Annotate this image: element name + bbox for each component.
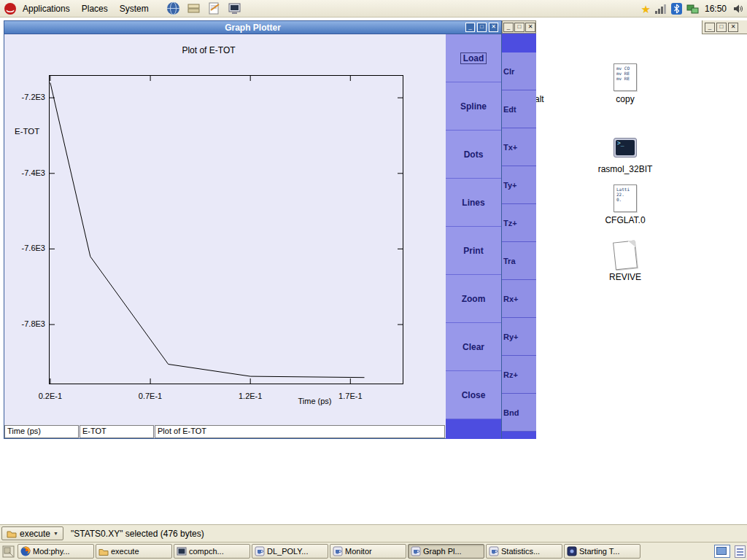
minimize-button[interactable]: _: [705, 23, 715, 32]
y-axis-label: E-TOT: [15, 127, 39, 136]
line-chart: [49, 75, 403, 384]
plot-button-clear[interactable]: Clear: [446, 323, 501, 371]
panel-button-tra[interactable]: Tra: [502, 242, 536, 280]
terminal-icon: >_: [614, 138, 637, 158]
close-button[interactable]: ✕: [525, 23, 535, 32]
menu-system[interactable]: System: [114, 0, 155, 18]
updates-star-icon[interactable]: ★: [641, 4, 651, 15]
top-panel: Applications Places System ★ 16:50: [0, 0, 747, 18]
file-icon-copy[interactable]: mv COmv REmv REcopy: [589, 61, 662, 104]
panel-button-edt[interactable]: Edt: [502, 90, 536, 128]
plot-button-lines[interactable]: Lines: [446, 179, 501, 227]
task-button-dl-poly[interactable]: DL_POLY...: [252, 544, 328, 559]
menu-places[interactable]: Places: [76, 0, 114, 18]
mail-launcher-icon[interactable]: [187, 1, 201, 15]
terminal-launcher-icon[interactable]: [228, 1, 241, 15]
plot-button-close[interactable]: Close: [446, 371, 501, 419]
plot-button-dots[interactable]: Dots: [446, 131, 501, 179]
graph-window-titlebar[interactable]: Graph Plotter _ □ ✕: [4, 21, 501, 34]
x-tick-label: 0.2E-1: [28, 392, 72, 400]
plot-status-field-time-ps: Time (ps): [4, 425, 79, 438]
task-button-statistics[interactable]: Statistics...: [486, 544, 562, 559]
task-label: compch...: [189, 547, 224, 556]
file-icon-revive[interactable]: REVIVE: [589, 239, 662, 282]
panel-button-bnd[interactable]: Bnd: [502, 394, 536, 432]
file-label: CFGLAT.0: [605, 215, 645, 225]
file-manager-statusbar: execute ▼ "STATS0.XY" selected (476 byte…: [0, 524, 747, 542]
plot-button-load[interactable]: Load: [446, 34, 501, 82]
location-dropdown[interactable]: execute ▼: [1, 526, 63, 540]
task-button-compch[interactable]: compch...: [174, 544, 250, 559]
taskbar-right: [714, 545, 746, 558]
plot-status-field-plot-of-e-tot: Plot of E-TOT: [155, 425, 445, 438]
plot-status-field-e-tot: E-TOT: [80, 425, 154, 438]
redhat-menu-icon[interactable]: [4, 2, 17, 15]
x-tick-label: 0.7E-1: [128, 392, 172, 400]
task-list: Mod:phy...executecompch...DL_POLY...Moni…: [18, 544, 642, 559]
java-icon: [411, 546, 421, 556]
y-tick-label: -7.2E3: [7, 93, 45, 101]
plot-button-zoom[interactable]: Zoom: [446, 275, 501, 323]
maximize-button[interactable]: □: [716, 23, 727, 32]
plot-button-spline[interactable]: Spline: [446, 82, 501, 131]
signal-strength-icon[interactable]: [655, 4, 667, 14]
notification-icon[interactable]: [735, 545, 746, 558]
task-button-graph-pl[interactable]: Graph Pl...: [408, 544, 484, 559]
panel-button-clr[interactable]: Clr: [502, 52, 536, 90]
file-label: rasmol_32BIT: [598, 164, 653, 174]
close-button[interactable]: ✕: [489, 23, 498, 32]
folder-icon: [7, 529, 17, 538]
close-button[interactable]: ✕: [728, 23, 738, 32]
volume-icon[interactable]: [732, 3, 744, 15]
graph-plotter-window: Graph Plotter _ □ ✕ Plot of E-TOT E-TOT …: [4, 20, 502, 439]
task-label: Mod:phy...: [33, 547, 70, 556]
selection-status: "STATS0.XY" selected (476 bytes): [71, 529, 204, 539]
java-icon: [489, 546, 499, 556]
file-icon-rasmol-32bit[interactable]: >_rasmol_32BIT: [589, 131, 662, 174]
panel-button-tz[interactable]: Tz+: [502, 204, 536, 242]
panel-button-ty[interactable]: Ty+: [502, 166, 536, 204]
workspace-switcher[interactable]: [714, 545, 730, 558]
plot-button-column: LoadSplineDotsLinesPrintZoomClearClose: [446, 34, 501, 439]
clock[interactable]: 16:50: [705, 4, 727, 14]
task-button-execute[interactable]: execute: [96, 544, 172, 559]
maximize-button[interactable]: □: [477, 23, 487, 32]
panel-status-area: ★ 16:50: [641, 0, 744, 18]
panel-button-ry[interactable]: Ry+: [502, 318, 536, 356]
task-button-monitor[interactable]: Monitor: [330, 544, 406, 559]
gui-panel-titlebar[interactable]: _ □ ✕: [502, 20, 536, 34]
task-label: DL_POLY...: [267, 547, 308, 556]
folder-icon: [98, 547, 109, 556]
maximize-button[interactable]: □: [514, 23, 525, 32]
java-icon: [333, 546, 343, 556]
chart-title: Plot of E-TOT: [92, 45, 325, 55]
background-window-titlebar: _ □ ✕: [702, 20, 747, 34]
panel-button-rx[interactable]: Rx+: [502, 280, 536, 318]
browser-launcher-icon[interactable]: [166, 1, 180, 15]
terminal-icon: [177, 547, 187, 556]
network-icon[interactable]: [686, 4, 699, 15]
minimize-button[interactable]: _: [465, 23, 475, 32]
menu-applications[interactable]: Applications: [17, 0, 76, 18]
task-label: Starting T...: [579, 547, 619, 556]
plot-button-print[interactable]: Print: [446, 227, 501, 275]
file-label: REVIVE: [609, 272, 641, 282]
app-icon: [567, 546, 577, 556]
gui-panel-body: ClrEdtTx+Ty+Tz+TraRx+Ry+Rz+Bnd: [502, 34, 536, 439]
java-icon: [255, 546, 265, 556]
file-icon-cfglat-0[interactable]: Latti22.0.CFGLAT.0: [589, 182, 662, 225]
panel-button-tx[interactable]: Tx+: [502, 128, 536, 166]
bluetooth-icon[interactable]: [671, 3, 682, 15]
task-button-starting-t[interactable]: Starting T...: [564, 544, 640, 559]
notes-launcher-icon[interactable]: [207, 1, 221, 15]
document-icon: Latti22.0.: [614, 184, 637, 212]
task-label: Monitor: [345, 547, 372, 556]
y-tick-label: -7.6E3: [7, 244, 45, 252]
graph-window-body: Plot of E-TOT E-TOT Time (ps) 0.2E-10.7E…: [4, 34, 501, 439]
minimize-button[interactable]: _: [503, 23, 514, 32]
file-label: copy: [616, 94, 634, 104]
task-label: Graph Pl...: [423, 547, 462, 556]
show-desktop-button[interactable]: [2, 545, 15, 558]
task-button-mod-phy[interactable]: Mod:phy...: [18, 544, 94, 559]
panel-button-rz[interactable]: Rz+: [502, 356, 536, 394]
